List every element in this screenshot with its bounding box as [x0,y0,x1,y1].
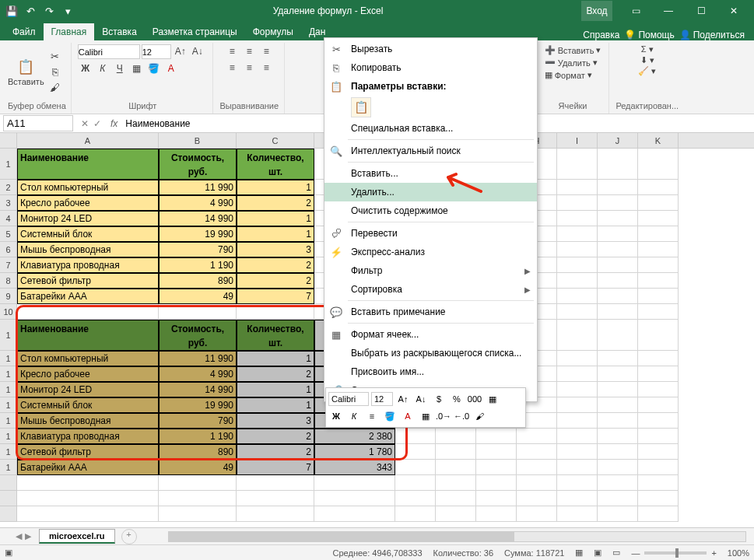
share-button[interactable]: 👤 Поделиться [679,30,745,40]
increase-font-icon[interactable]: A↑ [173,44,188,58]
mini-font-name[interactable] [328,392,369,406]
ctx-quick-analysis[interactable]: ⚡Экспресс-анализ [324,243,537,261]
row-header[interactable]: 1 [0,320,17,351]
sheet-nav-next-icon[interactable]: ▶ [25,531,31,541]
ctx-smart-lookup[interactable]: 🔍Интеллектуальный поиск [324,142,537,160]
fill-icon[interactable]: ⬇ ▾ [640,55,654,65]
ctx-format-cells[interactable]: ▦Формат ячеек... [324,325,537,344]
row-header[interactable]: 6 [0,242,17,257]
zoom-level[interactable]: 100% [728,548,749,558]
cell[interactable]: 49 [159,460,237,475]
cell[interactable]: 11 990 [159,351,237,366]
row-header[interactable]: 3 [0,195,17,211]
mini-font-size[interactable] [371,392,393,406]
cell[interactable]: 1 [237,211,314,226]
tab-formulas[interactable]: Формулы [245,23,301,40]
table-header[interactable]: Стоимость, руб. [159,320,237,351]
horizontal-scrollbar[interactable] [168,531,746,542]
cell[interactable]: 7 [237,460,314,475]
record-macro-icon[interactable]: ▣ [5,548,12,558]
tab-home[interactable]: Главная [44,23,95,40]
underline-icon[interactable]: Ч [112,61,128,75]
mini-align-icon[interactable]: ≡ [364,409,380,423]
cell[interactable]: Стол компьютерный [17,180,159,195]
row-header[interactable]: 1 [0,397,17,413]
align-right-icon[interactable]: ≡ [258,61,274,75]
cell[interactable]: 3 [237,242,314,257]
row-header[interactable] [0,491,17,506]
cell[interactable]: 2 [237,195,314,211]
cell[interactable]: 4 990 [159,366,237,382]
fx-icon[interactable]: fx [106,118,122,129]
mini-decrease-font-icon[interactable]: A↓ [413,392,429,406]
login-button[interactable]: Вход [581,1,612,21]
row-header[interactable]: 1 [0,413,17,429]
table-header[interactable]: Количество, шт. [237,320,314,351]
tab-layout[interactable]: Разметка страницы [145,23,245,40]
italic-icon[interactable]: К [95,61,110,75]
ctx-paste-special[interactable]: Специальная вставка... [324,119,537,138]
mini-accounting-icon[interactable]: $ [431,392,447,406]
select-all-corner[interactable] [0,133,17,148]
border-icon[interactable]: ▦ [129,61,145,75]
row-header[interactable]: 1 [0,149,17,180]
cell[interactable]: Системный блок [17,226,159,242]
cell[interactable]: 1 [237,226,314,242]
cell[interactable]: 890 [159,273,237,289]
mini-dec-decimal-icon[interactable]: ←.0 [454,409,469,423]
cell[interactable]: 49 [159,289,237,304]
view-layout-icon[interactable]: ▣ [594,548,601,558]
ctx-insert[interactable]: Вставить... [324,164,537,183]
mini-merge-icon[interactable]: ▦ [485,392,500,406]
bold-icon[interactable]: Ж [78,61,93,75]
cell[interactable]: Батарейки ААА [17,289,159,304]
view-pagebreak-icon[interactable]: ▭ [612,548,620,558]
tab-help[interactable]: Справка [583,30,619,40]
cell[interactable]: 1 [237,382,314,397]
cell[interactable]: Стол компьютерный [17,351,159,366]
cell[interactable]: Системный блок [17,397,159,413]
copy-icon[interactable]: ⎘ [47,65,63,79]
row-header[interactable]: 1 [0,460,17,475]
row-header[interactable]: 1 [0,444,17,460]
ctx-sort[interactable]: Сортировка▶ [324,280,537,299]
add-sheet-button[interactable]: + [121,529,137,544]
cell[interactable]: 790 [159,242,237,257]
row-header[interactable] [0,506,17,522]
view-normal-icon[interactable]: ▦ [575,548,583,558]
row-header[interactable]: 8 [0,273,17,289]
cell[interactable]: 3 [237,413,314,429]
cell[interactable]: Батарейки ААА [17,460,159,475]
ctx-delete[interactable]: Удалить... [324,183,537,201]
save-icon[interactable]: 💾 [5,4,19,18]
ctx-define-name[interactable]: Присвоить имя... [324,362,537,381]
tab-file[interactable]: Файл [5,23,44,40]
mini-border-icon[interactable]: ▦ [418,409,433,423]
align-center-icon[interactable]: ≡ [241,61,257,75]
align-bot-icon[interactable]: ≡ [258,44,274,58]
cell[interactable]: 1 [237,397,314,413]
row-header[interactable]: 1 [0,429,17,444]
name-box[interactable] [3,115,73,131]
cell[interactable]: 1 780 [314,444,395,460]
minimize-icon[interactable]: — [653,1,684,21]
cell[interactable]: 2 [237,366,314,382]
col-header[interactable]: B [159,133,237,148]
cancel-formula-icon[interactable]: ✕ [81,118,89,129]
cells-insert-button[interactable]: ➕Вставить ▾ [542,44,605,56]
col-header[interactable]: J [598,133,638,148]
align-mid-icon[interactable]: ≡ [241,44,257,58]
fill-color-icon[interactable]: 🪣 [146,61,162,75]
autosum-icon[interactable]: Σ ▾ [641,44,654,54]
sheet-nav-prev-icon[interactable]: ◀ [16,531,22,541]
align-top-icon[interactable]: ≡ [224,44,240,58]
sheet-tab[interactable]: microexcel.ru [39,529,115,544]
decrease-font-icon[interactable]: A↓ [190,44,205,58]
mini-percent-icon[interactable]: % [449,392,465,406]
ribbon-options-icon[interactable]: ▭ [620,1,651,21]
mini-format-painter-icon[interactable]: 🖌 [472,409,487,423]
paste-default-icon[interactable]: 📋 [351,97,371,117]
redo-icon[interactable]: ↷ [42,4,56,18]
ctx-translate[interactable]: 🗪Перевести [324,224,537,243]
ctx-filter[interactable]: Фильтр▶ [324,261,537,280]
